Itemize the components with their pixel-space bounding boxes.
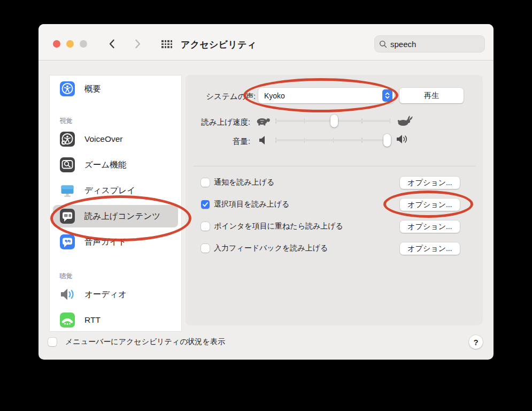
sidebar-item-label: VoiceOver xyxy=(84,134,123,144)
minimize-window-button[interactable] xyxy=(66,40,74,48)
accessibility-preferences-window: アクセシビリティ ✕ 概要視覚VoiceOverズーム機能ディスプレイ読み上げコ… xyxy=(38,24,494,360)
rabbit-icon xyxy=(396,115,413,127)
forward-button[interactable] xyxy=(131,37,145,51)
audio-icon xyxy=(59,286,75,302)
sidebar-item-rtt[interactable]: RTT xyxy=(50,307,181,332)
screenshot-canvas: アクセシビリティ ✕ 概要視覚VoiceOverズーム機能ディスプレイ読み上げコ… xyxy=(0,0,532,411)
back-button[interactable] xyxy=(105,37,119,51)
checkbox-unchecked[interactable] xyxy=(201,178,210,187)
sidebar-section-header: 視覚 xyxy=(50,116,181,126)
sidebar-item-label: RTT xyxy=(84,315,101,325)
accessibility-overview-icon xyxy=(59,81,75,97)
spoken-content-panel: システムの声: Kyoko 再生 読み上げ速度: 音量: xyxy=(186,75,483,325)
system-voice-label: システムの声: xyxy=(186,92,256,102)
turtle-icon xyxy=(255,116,272,127)
system-voice-dropdown[interactable]: Kyoko xyxy=(258,88,394,103)
volume-label: 音量: xyxy=(186,136,250,147)
speech-option-row: 入力フィードバックを読み上げるオプション... xyxy=(186,241,483,256)
sidebar-item-overview[interactable]: 概要 xyxy=(50,78,181,100)
window-title: アクセシビリティ xyxy=(181,39,257,51)
dropdown-stepper-icon xyxy=(382,89,392,102)
options-button[interactable]: オプション... xyxy=(400,199,460,211)
audio-descriptions-icon xyxy=(59,234,75,250)
sidebar-item-label: 読み上げコンテンツ xyxy=(84,211,160,222)
rtt-icon xyxy=(59,312,75,328)
footer-bar: メニューバーにアクセシビリティの状況を表示 ? xyxy=(38,333,494,357)
sidebar-item-zoom[interactable]: ズーム機能 xyxy=(50,152,181,178)
sidebar: 概要視覚VoiceOverズーム機能ディスプレイ読み上げコンテンツ音声ガイド聴覚… xyxy=(49,75,182,332)
sidebar-item-voiceover[interactable]: VoiceOver xyxy=(50,126,181,152)
speech-option-row: 選択項目を読み上げるオプション... xyxy=(186,197,483,212)
section-divider xyxy=(194,166,476,166)
zoom-feature-icon xyxy=(59,157,75,173)
checkbox-unchecked[interactable] xyxy=(201,222,210,231)
sidebar-item-audio-descriptions[interactable]: 音声ガイド xyxy=(50,229,181,255)
menubar-status-checkbox[interactable] xyxy=(48,338,57,346)
sidebar-item-spoken-content[interactable]: 読み上げコンテンツ xyxy=(50,203,181,229)
sidebar-section-header: 聴覚 xyxy=(50,271,181,281)
menubar-status-label: メニューバーにアクセシビリティの状況を表示 xyxy=(65,337,225,347)
system-voice-value: Kyoko xyxy=(264,92,382,100)
options-button[interactable]: オプション... xyxy=(400,242,460,255)
volume-slider[interactable] xyxy=(275,134,390,147)
checkbox-checked[interactable] xyxy=(201,200,210,209)
speaker-low-icon xyxy=(259,135,266,145)
slider-thumb[interactable] xyxy=(383,134,391,147)
options-button[interactable]: オプション... xyxy=(400,220,460,233)
close-window-button[interactable] xyxy=(53,40,60,48)
voiceover-icon xyxy=(59,131,75,147)
show-all-grid-icon[interactable] xyxy=(161,40,172,48)
speaker-high-icon xyxy=(396,134,408,144)
help-button[interactable]: ? xyxy=(469,335,483,349)
sidebar-item-label: ズーム機能 xyxy=(84,159,126,171)
sidebar-item-label: ディスプレイ xyxy=(84,185,135,196)
chevron-right-icon xyxy=(135,39,141,49)
titlebar: アクセシビリティ ✕ xyxy=(38,24,494,60)
spoken-content-icon xyxy=(59,208,75,224)
chevron-left-icon xyxy=(109,39,115,49)
sidebar-item-label: 概要 xyxy=(84,83,101,95)
options-button[interactable]: オプション... xyxy=(400,177,460,189)
speech-option-row: 通知を読み上げるオプション... xyxy=(186,175,483,190)
speaking-rate-slider[interactable] xyxy=(275,115,390,127)
speaking-rate-label: 読み上げ速度: xyxy=(186,117,250,127)
search-icon xyxy=(379,40,387,48)
sidebar-item-display[interactable]: ディスプレイ xyxy=(50,178,181,203)
slider-thumb[interactable] xyxy=(330,115,338,127)
display-icon xyxy=(59,182,75,199)
checkbox-label: 入力フィードバックを読み上げる xyxy=(214,243,328,253)
sidebar-item-label: オーディオ xyxy=(84,289,127,300)
checkbox-unchecked[interactable] xyxy=(201,244,210,253)
search-field[interactable]: ✕ xyxy=(374,35,485,52)
sidebar-item-audio[interactable]: オーディオ xyxy=(50,281,181,307)
search-input[interactable] xyxy=(390,40,494,49)
play-button[interactable]: 再生 xyxy=(399,88,464,103)
checkbox-label: 通知を読み上げる xyxy=(214,178,274,187)
zoom-window-button[interactable] xyxy=(80,40,87,48)
checkbox-label: ポインタを項目に重ねたら読み上げる xyxy=(214,222,343,231)
slider-track[interactable] xyxy=(275,139,390,141)
speech-option-row: ポインタを項目に重ねたら読み上げるオプション... xyxy=(186,219,483,234)
checkbox-label: 選択項目を読み上げる xyxy=(214,200,289,209)
sidebar-item-label: 音声ガイド xyxy=(84,237,127,248)
